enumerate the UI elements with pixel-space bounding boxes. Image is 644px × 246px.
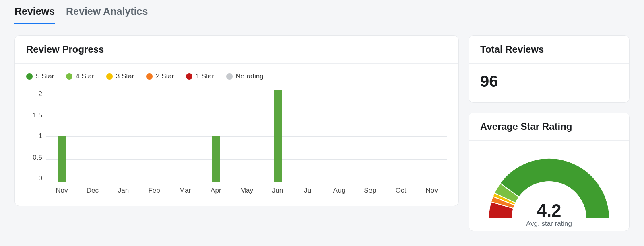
legend-label: 5 Star (36, 72, 54, 80)
legend-swatch (106, 73, 113, 80)
legend-label: 3 Star (116, 72, 134, 80)
y-tick: 1 (39, 132, 42, 140)
legend-swatch (66, 73, 72, 80)
legend-swatch (26, 73, 33, 80)
legend-item[interactable]: No rating (226, 72, 264, 80)
bar-slot (386, 90, 417, 182)
bar-chart: 21.510.50 (26, 90, 447, 182)
x-tick: Nov (46, 182, 77, 195)
avg-rating-value: 4.2 (537, 201, 561, 220)
bar[interactable] (58, 136, 66, 182)
total-reviews-value: 96 (469, 64, 629, 102)
x-tick: May (231, 182, 262, 195)
bar-slot (77, 90, 108, 182)
total-reviews-title: Total Reviews (469, 36, 629, 64)
legend-label: 1 Star (196, 72, 214, 80)
legend-swatch (226, 73, 233, 80)
legend-swatch (146, 73, 153, 80)
x-axis: NovDecJanFebMarAprMayJunJulAugSepOctNov (46, 182, 447, 195)
legend-item[interactable]: 2 Star (146, 72, 174, 80)
x-tick: Mar (169, 182, 200, 195)
chart-legend: 5 Star4 Star3 Star2 Star1 StarNo rating (26, 72, 447, 80)
x-tick: Aug (324, 182, 355, 195)
x-tick: Jul (293, 182, 324, 195)
x-tick: Apr (200, 182, 231, 195)
legend-label: 2 Star (156, 72, 174, 80)
bar-slot (355, 90, 386, 182)
y-tick: 0 (39, 174, 42, 182)
chart-plot (46, 90, 447, 182)
x-tick: Dec (77, 182, 108, 195)
bar-slot (231, 90, 262, 182)
bar-slot (293, 90, 324, 182)
bar-slot (46, 90, 77, 182)
avg-rating-title: Average Star Rating (469, 113, 629, 141)
bar-slot (262, 90, 293, 182)
y-tick: 1.5 (33, 111, 42, 119)
y-tick: 0.5 (33, 154, 42, 162)
y-axis: 21.510.50 (26, 90, 46, 182)
bar-slot (169, 90, 200, 182)
y-tick: 2 (39, 90, 42, 98)
x-tick: Jun (262, 182, 293, 195)
bar[interactable] (212, 136, 220, 182)
bar-slot (200, 90, 231, 182)
legend-item[interactable]: 5 Star (26, 72, 54, 80)
review-progress-title: Review Progress (15, 36, 458, 64)
bar-slot (324, 90, 355, 182)
legend-label: No rating (236, 72, 264, 80)
tabs-bar: Reviews Review Analytics (0, 0, 644, 24)
bar-slot (139, 90, 170, 182)
x-tick: Feb (139, 182, 170, 195)
x-tick: Nov (416, 182, 447, 195)
tab-reviews[interactable]: Reviews (14, 6, 55, 24)
bar-slot (108, 90, 139, 182)
avg-rating-sublabel: Avg. star rating (526, 220, 572, 227)
x-tick: Sep (355, 182, 386, 195)
total-reviews-card: Total Reviews 96 (469, 35, 630, 103)
avg-rating-card: Average Star Rating 4.2 Avg. star rating (469, 113, 630, 231)
legend-item[interactable]: 1 Star (186, 72, 214, 80)
x-tick: Jan (108, 182, 139, 195)
gauge-chart: 4.2 Avg. star rating (481, 150, 617, 227)
bar[interactable] (274, 90, 282, 182)
legend-swatch (186, 73, 192, 80)
review-progress-card: Review Progress 5 Star4 Star3 Star2 Star… (14, 35, 459, 206)
bar-slot (416, 90, 447, 182)
legend-item[interactable]: 3 Star (106, 72, 134, 80)
content-area: Review Progress 5 Star4 Star3 Star2 Star… (0, 24, 644, 242)
x-tick: Oct (386, 182, 417, 195)
legend-item[interactable]: 4 Star (66, 72, 94, 80)
tab-review-analytics[interactable]: Review Analytics (66, 6, 148, 24)
legend-label: 4 Star (76, 72, 94, 80)
